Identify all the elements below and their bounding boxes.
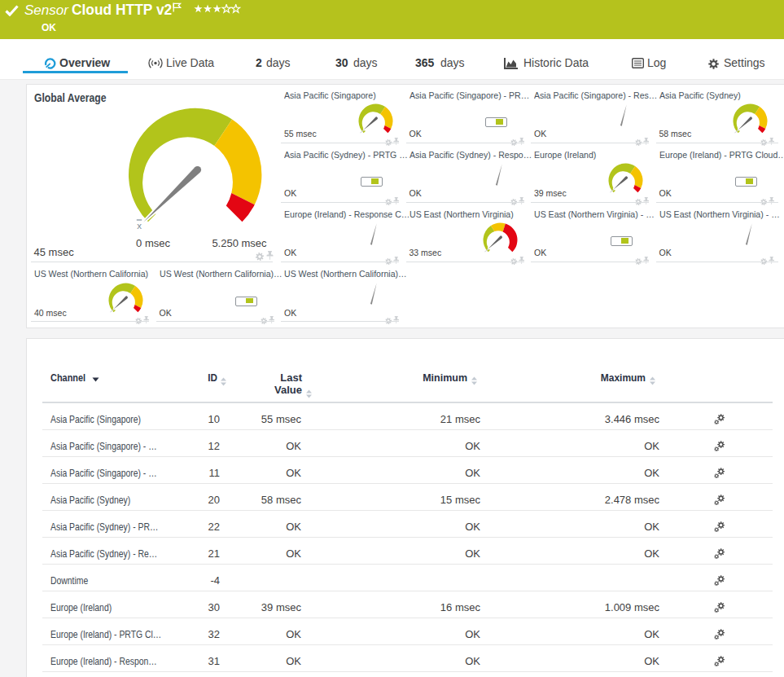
svg-text:x: x: [137, 221, 142, 231]
